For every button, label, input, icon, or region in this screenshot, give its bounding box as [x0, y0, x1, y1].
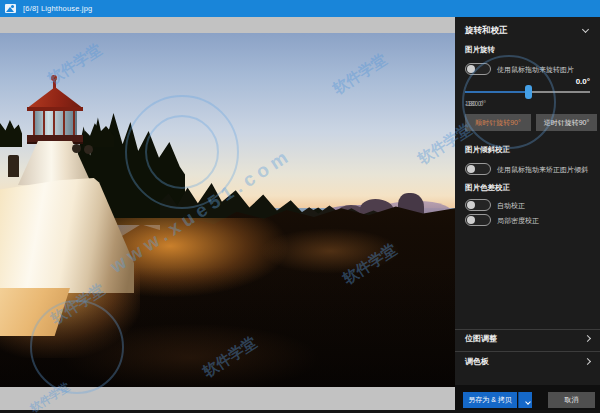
- slider-thumb[interactable]: [525, 85, 532, 99]
- separator: [455, 329, 600, 330]
- lighthouse-vent: [72, 144, 81, 153]
- footer-bar: 另存为 & 拷贝 取消: [455, 385, 600, 410]
- drag-tilt-toggle[interactable]: [465, 163, 491, 175]
- chevron-right-icon: [584, 358, 591, 365]
- lighthouse-door: [8, 155, 19, 177]
- local-density-toggle[interactable]: [465, 214, 491, 226]
- section-header-label: 旋转和校正: [465, 25, 508, 37]
- row-bitmap-adjust-label: 位图调整: [465, 333, 497, 344]
- window-title: [6/8] Lighthouse.jpg: [23, 4, 92, 13]
- slider-max-label: 180.0°: [465, 100, 484, 107]
- toggle-knob: [467, 65, 475, 73]
- drag-rotate-toggle-label: 使用鼠标拖动来旋转图片: [497, 65, 574, 75]
- section-header-rotate-correct[interactable]: 旋转和校正: [465, 25, 590, 39]
- toggle-knob: [467, 165, 475, 173]
- row-palette[interactable]: 调色板: [465, 356, 590, 370]
- title-bar: [6/8] Lighthouse.jpg: [0, 0, 600, 17]
- lighthouse-vent: [84, 145, 93, 154]
- rotate-counterclockwise-90-button[interactable]: 逆时针旋转90°: [536, 114, 597, 131]
- photo-app-icon: [5, 4, 16, 13]
- photo-editor-window: [6/8] Lighthouse.jpg: [0, 0, 600, 413]
- rotation-slider[interactable]: [465, 85, 590, 99]
- slider-fill: [465, 91, 527, 93]
- auto-correct-toggle[interactable]: [465, 199, 491, 211]
- chevron-right-icon: [584, 335, 591, 342]
- local-density-toggle-label: 局部密度校正: [497, 216, 539, 226]
- row-bitmap-adjust[interactable]: 位图调整: [465, 333, 590, 347]
- image-rotate-label: 图片旋转: [465, 45, 590, 55]
- tilt-correct-label: 图片倾斜校正: [465, 145, 590, 155]
- cancel-button[interactable]: 取消: [548, 392, 595, 408]
- lighthouse-photo[interactable]: [0, 33, 455, 387]
- photo-viewer: [0, 17, 455, 410]
- save-options-dropdown-button[interactable]: [518, 392, 532, 408]
- chevron-down-icon: [582, 26, 589, 33]
- save-as-copy-button[interactable]: 另存为 & 拷贝: [463, 392, 517, 408]
- chevron-down-icon: [525, 399, 531, 405]
- auto-correct-toggle-label: 自动校正: [497, 201, 525, 211]
- toggle-knob: [467, 216, 475, 224]
- rotate-clockwise-90-button[interactable]: 顺时针旋转90°: [465, 114, 531, 131]
- drag-tilt-toggle-label: 使用鼠标拖动来矫正图片倾斜: [497, 165, 588, 175]
- separator: [455, 351, 600, 352]
- row-palette-label: 调色板: [465, 356, 489, 367]
- edit-panel: 旋转和校正 图片旋转 使用鼠标拖动来旋转图片 0.0° -180.0° 180.…: [455, 17, 600, 410]
- lighthouse-lantern-room: [33, 111, 77, 137]
- chromatic-correct-label: 图片色差校正: [465, 183, 590, 193]
- drag-rotate-toggle[interactable]: [465, 63, 491, 75]
- toggle-knob: [467, 201, 475, 209]
